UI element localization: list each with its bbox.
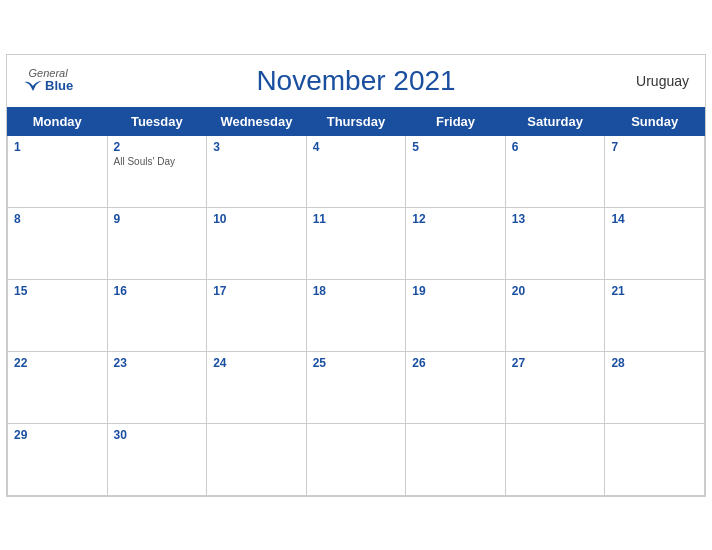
day-number: 26 [412,356,499,370]
weekday-header-row: Monday Tuesday Wednesday Thursday Friday… [8,107,705,135]
day-cell: 12 [406,207,506,279]
day-number: 7 [611,140,698,154]
holiday-label: All Souls' Day [114,156,201,167]
header-sunday: Sunday [605,107,705,135]
header-wednesday: Wednesday [207,107,307,135]
day-number: 3 [213,140,300,154]
day-cell: 16 [107,279,207,351]
day-number: 6 [512,140,599,154]
day-cell: 11 [306,207,406,279]
logo-general-text: General [29,66,68,78]
week-row-1: 12All Souls' Day34567 [8,135,705,207]
week-row-4: 22232425262728 [8,351,705,423]
day-number: 9 [114,212,201,226]
day-number: 28 [611,356,698,370]
day-cell: 6 [505,135,605,207]
day-cell [505,423,605,495]
day-cell: 21 [605,279,705,351]
header-saturday: Saturday [505,107,605,135]
day-cell: 28 [605,351,705,423]
day-cell: 17 [207,279,307,351]
day-cell: 14 [605,207,705,279]
day-number: 25 [313,356,400,370]
day-number: 24 [213,356,300,370]
day-cell: 25 [306,351,406,423]
header-monday: Monday [8,107,108,135]
month-title: November 2021 [256,65,455,97]
day-cell [306,423,406,495]
day-cell: 29 [8,423,108,495]
logo: General Blue [23,66,73,94]
day-cell [406,423,506,495]
day-cell: 27 [505,351,605,423]
day-number: 23 [114,356,201,370]
day-number: 14 [611,212,698,226]
day-cell: 18 [306,279,406,351]
day-cell: 10 [207,207,307,279]
day-cell: 9 [107,207,207,279]
day-cell: 13 [505,207,605,279]
day-cell: 23 [107,351,207,423]
day-number: 15 [14,284,101,298]
day-number: 13 [512,212,599,226]
day-number: 20 [512,284,599,298]
logo-bird-icon [23,79,43,95]
day-number: 16 [114,284,201,298]
day-number: 27 [512,356,599,370]
day-number: 8 [14,212,101,226]
day-number: 21 [611,284,698,298]
week-row-2: 891011121314 [8,207,705,279]
day-number: 19 [412,284,499,298]
day-number: 12 [412,212,499,226]
week-row-5: 2930 [8,423,705,495]
day-cell: 22 [8,351,108,423]
day-cell: 19 [406,279,506,351]
day-cell: 3 [207,135,307,207]
day-cell: 24 [207,351,307,423]
logo-blue-text: Blue [45,79,73,93]
day-cell: 30 [107,423,207,495]
day-cell: 4 [306,135,406,207]
day-cell: 2All Souls' Day [107,135,207,207]
day-number: 29 [14,428,101,442]
country-label: Uruguay [636,73,689,89]
day-cell: 20 [505,279,605,351]
day-number: 11 [313,212,400,226]
day-cell [207,423,307,495]
day-number: 30 [114,428,201,442]
calendar-container: General Blue November 2021 Uruguay Monda… [6,54,706,497]
week-row-3: 15161718192021 [8,279,705,351]
day-number: 17 [213,284,300,298]
day-cell: 1 [8,135,108,207]
day-number: 22 [14,356,101,370]
day-number: 2 [114,140,201,154]
day-cell: 8 [8,207,108,279]
day-cell: 26 [406,351,506,423]
header-friday: Friday [406,107,506,135]
day-number: 1 [14,140,101,154]
day-cell [605,423,705,495]
header-tuesday: Tuesday [107,107,207,135]
day-cell: 7 [605,135,705,207]
header-thursday: Thursday [306,107,406,135]
calendar-header: General Blue November 2021 Uruguay [7,55,705,107]
day-number: 4 [313,140,400,154]
day-cell: 15 [8,279,108,351]
calendar-table: Monday Tuesday Wednesday Thursday Friday… [7,107,705,496]
day-number: 10 [213,212,300,226]
day-cell: 5 [406,135,506,207]
day-number: 18 [313,284,400,298]
day-number: 5 [412,140,499,154]
